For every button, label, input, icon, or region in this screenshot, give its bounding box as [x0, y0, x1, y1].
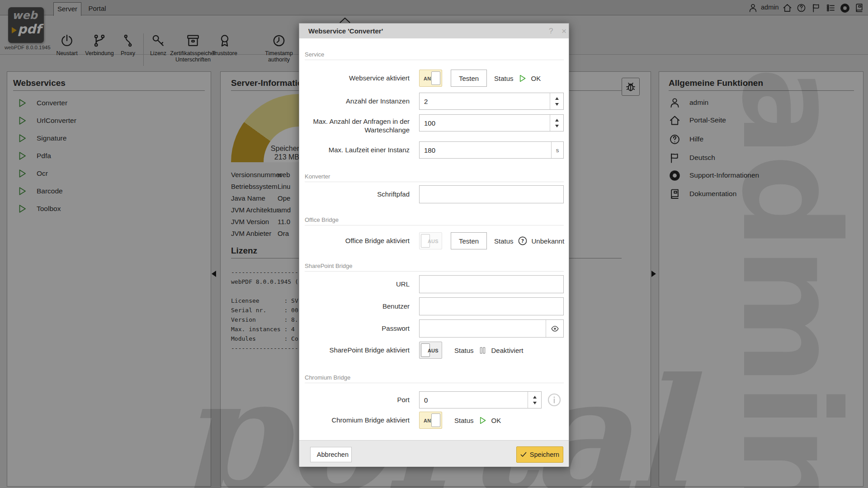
- passwort-field: [419, 319, 564, 338]
- webservice-test-button[interactable]: Testen: [451, 70, 487, 87]
- runtime-input[interactable]: [420, 142, 551, 158]
- stepper-up-icon[interactable]: [555, 119, 559, 122]
- instances-stepper[interactable]: [550, 93, 563, 109]
- status-value: Deaktiviert: [491, 347, 524, 354]
- save-label: Speichern: [530, 451, 559, 458]
- status-label: Status: [494, 237, 514, 245]
- port-input[interactable]: [420, 392, 528, 408]
- fontpath-label: Schriftpfad: [305, 185, 410, 203]
- section-service: Service: [305, 51, 564, 60]
- passwort-label: Passwort: [305, 319, 410, 338]
- toggle-knob: [431, 71, 440, 85]
- cancel-button[interactable]: Abbrechen: [310, 447, 352, 462]
- queue-label: Max. Anzahl der Anfragen in derWarteschl…: [305, 115, 410, 134]
- section-office-bridge: Office Bridge: [305, 216, 564, 225]
- stepper-down-icon[interactable]: [555, 103, 559, 106]
- chromium-status: Status OK: [454, 412, 501, 429]
- status-ok-play-icon: [518, 74, 527, 83]
- url-input[interactable]: [420, 276, 563, 293]
- url-label: URL: [305, 275, 410, 293]
- sharepoint-enabled-label: SharePoint Bridge aktiviert: [305, 342, 410, 359]
- dialog-close-button[interactable]: ×: [561, 23, 566, 38]
- dialog-titlebar[interactable]: Webservice 'Converter' ? ×: [299, 23, 569, 38]
- chromium-enabled-label: Chromium Bridge aktiviert: [305, 412, 410, 429]
- runtime-label: Max. Laufzeit einer Instanz: [305, 141, 410, 159]
- eye-icon: [550, 324, 560, 333]
- benutzer-field: [419, 297, 564, 315]
- status-value: OK: [531, 75, 541, 82]
- webservice-status: Status OK: [494, 70, 541, 87]
- webservice-enabled-toggle[interactable]: AN: [419, 70, 442, 87]
- dialog-footer: Abbrechen Speichern: [299, 440, 569, 467]
- passwort-input[interactable]: [420, 320, 546, 337]
- port-label: Port: [305, 391, 410, 408]
- svg-text:?: ?: [521, 238, 524, 244]
- status-value: OK: [491, 417, 501, 424]
- status-pause-icon: [478, 346, 487, 355]
- toggle-knob: [431, 413, 440, 427]
- office-enabled-label: Office Bridge aktiviert: [305, 232, 410, 249]
- status-unknown-icon: ?: [518, 236, 528, 246]
- queue-field: [419, 114, 564, 131]
- toggle-state-label: AN: [424, 418, 431, 423]
- chromium-enabled-toggle[interactable]: AN: [419, 412, 442, 429]
- toggle-state-label: AN: [424, 76, 431, 81]
- port-info-icon[interactable]: [547, 393, 561, 407]
- webservice-enabled-label: Webservice aktiviert: [305, 70, 410, 87]
- benutzer-input[interactable]: [420, 298, 563, 315]
- runtime-unit-label: s: [551, 142, 563, 158]
- office-enabled-toggle[interactable]: AUS: [419, 232, 442, 249]
- status-label: Status: [494, 75, 514, 82]
- sharepoint-enabled-toggle[interactable]: AUS: [419, 342, 442, 359]
- fontpath-input[interactable]: [420, 186, 563, 203]
- sharepoint-status: Status Deaktiviert: [454, 342, 523, 359]
- queue-input[interactable]: [420, 115, 550, 131]
- section-chromium-bridge: Chromium Bridge: [305, 374, 564, 383]
- stepper-up-icon[interactable]: [533, 396, 537, 399]
- office-test-button[interactable]: Testen: [451, 232, 487, 249]
- dialog-help-button[interactable]: ?: [549, 23, 553, 38]
- office-status: Status ? Unbekannt: [494, 232, 564, 249]
- status-ok-play-icon: [478, 416, 487, 425]
- status-label: Status: [454, 347, 474, 354]
- section-konverter: Konverter: [305, 173, 564, 182]
- status-label: Status: [454, 417, 474, 424]
- queue-stepper[interactable]: [550, 115, 563, 131]
- fontpath-field: [419, 185, 564, 203]
- runtime-field: s: [419, 141, 564, 159]
- cancel-label: Abbrechen: [317, 451, 349, 458]
- webservice-converter-dialog: Webservice 'Converter' ? × Service Webse…: [299, 23, 569, 466]
- instances-label: Anzahl der Instanzen: [305, 93, 410, 110]
- webpdf-admin-screen: Server Portal admin: [0, 0, 868, 488]
- status-value: Unbekannt: [532, 237, 565, 245]
- section-sharepoint-bridge: SharePoint Bridge: [305, 263, 564, 272]
- instances-field: [419, 93, 564, 110]
- dialog-title: Webservice 'Converter': [308, 23, 383, 38]
- benutzer-label: Benutzer: [305, 297, 410, 315]
- toggle-state-label: AUS: [428, 239, 439, 244]
- port-field: [419, 391, 542, 408]
- save-button[interactable]: Speichern: [516, 446, 563, 463]
- x-icon: [313, 452, 314, 457]
- stepper-down-icon[interactable]: [533, 402, 537, 404]
- instances-input[interactable]: [420, 93, 550, 109]
- stepper-up-icon[interactable]: [555, 97, 559, 100]
- password-visibility-button[interactable]: [546, 320, 563, 337]
- url-field: [419, 275, 564, 293]
- check-icon: [520, 452, 527, 457]
- port-stepper[interactable]: [528, 392, 541, 408]
- toggle-state-label: AUS: [428, 348, 439, 353]
- stepper-down-icon[interactable]: [555, 125, 559, 127]
